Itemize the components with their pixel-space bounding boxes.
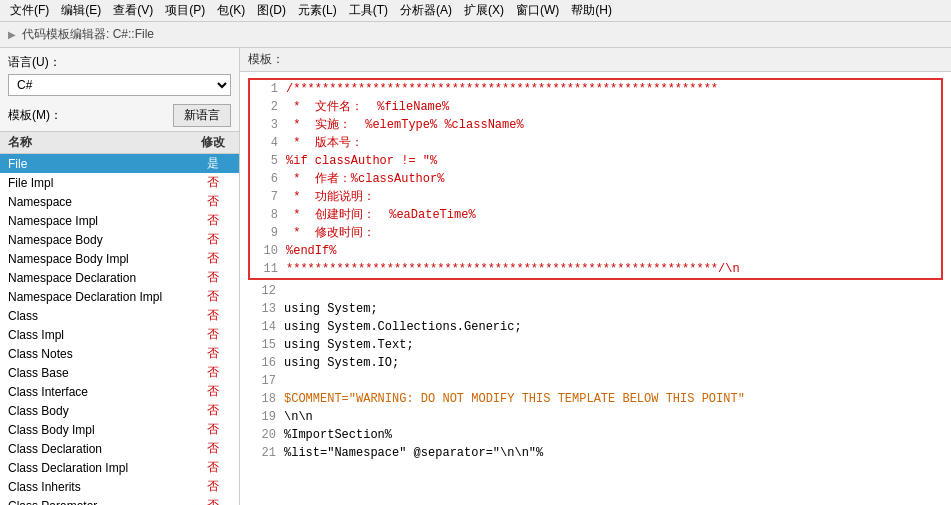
list-item[interactable]: Class Inherits 否 xyxy=(0,477,239,496)
line-number: 21 xyxy=(248,444,276,462)
line-number: 17 xyxy=(248,372,276,390)
list-item[interactable]: Class Base 否 xyxy=(0,363,239,382)
language-section: 语言(U)： C# xyxy=(0,48,239,100)
list-item[interactable]: Class Parameter 否 xyxy=(0,496,239,505)
list-item[interactable]: Class Declaration 否 xyxy=(0,439,239,458)
list-item[interactable]: Namespace Declaration Impl 否 xyxy=(0,287,239,306)
line-number: 1 xyxy=(250,80,278,98)
line-number: 9 xyxy=(250,224,278,242)
line-content: * 创建时间： %eaDateTime% xyxy=(286,206,476,224)
item-modify-11: 否 xyxy=(195,364,231,381)
item-modify-1: 否 xyxy=(195,174,231,191)
line-content: %list="Namespace" @separator="\n\n"% xyxy=(284,444,543,462)
line-content: %ImportSection% xyxy=(284,426,392,444)
code-line: 4 * 版本号： xyxy=(250,134,941,152)
new-language-button[interactable]: 新语言 xyxy=(173,104,231,127)
item-name-15: Class Declaration xyxy=(8,442,195,456)
menu-view[interactable]: 查看(V) xyxy=(107,0,159,21)
line-content: * 版本号： xyxy=(286,134,363,152)
item-list[interactable]: File 是 File Impl 否 Namespace 否 Namespace… xyxy=(0,154,239,505)
list-item[interactable]: Namespace Body Impl 否 xyxy=(0,249,239,268)
code-line: 6 * 作者：%classAuthor% xyxy=(250,170,941,188)
line-number: 6 xyxy=(250,170,278,188)
line-number: 13 xyxy=(248,300,276,318)
code-line: 16using System.IO; xyxy=(248,354,943,372)
item-modify-9: 否 xyxy=(195,326,231,343)
list-item[interactable]: Class 否 xyxy=(0,306,239,325)
list-item[interactable]: Class Impl 否 xyxy=(0,325,239,344)
toolbar: ▶ 代码模板编辑器: C#::File xyxy=(0,22,951,48)
item-name-17: Class Inherits xyxy=(8,480,195,494)
list-item[interactable]: Class Interface 否 xyxy=(0,382,239,401)
line-number: 12 xyxy=(248,282,276,300)
language-label: 语言(U)： xyxy=(8,54,231,71)
line-content: using System.Text; xyxy=(284,336,414,354)
item-name-13: Class Body xyxy=(8,404,195,418)
code-line: 11**************************************… xyxy=(250,260,941,278)
list-item[interactable]: Namespace Body 否 xyxy=(0,230,239,249)
code-line: 13using System; xyxy=(248,300,943,318)
menu-analyzer[interactable]: 分析器(A) xyxy=(394,0,458,21)
code-area[interactable]: 1/**************************************… xyxy=(240,72,951,505)
item-modify-7: 否 xyxy=(195,288,231,305)
line-content: using System.Collections.Generic; xyxy=(284,318,522,336)
toolbar-arrow-icon: ▶ xyxy=(8,29,16,40)
code-line: 10%endIf% xyxy=(250,242,941,260)
item-name-1: File Impl xyxy=(8,176,195,190)
list-item[interactable]: Class Declaration Impl 否 xyxy=(0,458,239,477)
list-item[interactable]: Class Body Impl 否 xyxy=(0,420,239,439)
line-number: 2 xyxy=(250,98,278,116)
line-number: 10 xyxy=(250,242,278,260)
list-item[interactable]: Namespace 否 xyxy=(0,192,239,211)
line-content: * 文件名： %fileName% xyxy=(286,98,449,116)
list-item[interactable]: Class Body 否 xyxy=(0,401,239,420)
menu-package[interactable]: 包(K) xyxy=(211,0,251,21)
item-modify-12: 否 xyxy=(195,383,231,400)
menu-file[interactable]: 文件(F) xyxy=(4,0,55,21)
item-name-7: Namespace Declaration Impl xyxy=(8,290,195,304)
menu-extend[interactable]: 扩展(X) xyxy=(458,0,510,21)
left-panel: 语言(U)： C# 模板(M)： 新语言 名称 修改 File 是 File I… xyxy=(0,48,240,505)
line-number: 18 xyxy=(248,390,276,408)
line-number: 11 xyxy=(250,260,278,278)
menu-window[interactable]: 窗口(W) xyxy=(510,0,565,21)
item-modify-8: 否 xyxy=(195,307,231,324)
code-line: 5%if classAuthor != "% xyxy=(250,152,941,170)
item-modify-14: 否 xyxy=(195,421,231,438)
menu-element[interactable]: 元素(L) xyxy=(292,0,343,21)
item-name-5: Namespace Body Impl xyxy=(8,252,195,266)
menubar: 文件(F) 编辑(E) 查看(V) 项目(P) 包(K) 图(D) 元素(L) … xyxy=(0,0,951,22)
list-item[interactable]: File 是 xyxy=(0,154,239,173)
item-name-0: File xyxy=(8,157,195,171)
line-number: 3 xyxy=(250,116,278,134)
code-line: 7 * 功能说明： xyxy=(250,188,941,206)
menu-help[interactable]: 帮助(H) xyxy=(565,0,618,21)
menu-tools[interactable]: 工具(T) xyxy=(343,0,394,21)
item-name-6: Namespace Declaration xyxy=(8,271,195,285)
code-line: 3 * 实施： %elemType% %className% xyxy=(250,116,941,134)
menu-edit[interactable]: 编辑(E) xyxy=(55,0,107,21)
line-number: 19 xyxy=(248,408,276,426)
menu-project[interactable]: 项目(P) xyxy=(159,0,211,21)
line-number: 7 xyxy=(250,188,278,206)
language-select[interactable]: C# xyxy=(8,74,231,96)
line-content: * 修改时间： xyxy=(286,224,375,242)
code-line: 8 * 创建时间： %eaDateTime% xyxy=(250,206,941,224)
line-content: * 实施： %elemType% %className% xyxy=(286,116,524,134)
item-modify-3: 否 xyxy=(195,212,231,229)
toolbar-title: 代码模板编辑器: C#::File xyxy=(22,26,154,43)
code-line: 14using System.Collections.Generic; xyxy=(248,318,943,336)
item-name-10: Class Notes xyxy=(8,347,195,361)
list-item[interactable]: Namespace Declaration 否 xyxy=(0,268,239,287)
menu-diagram[interactable]: 图(D) xyxy=(251,0,292,21)
list-item[interactable]: File Impl 否 xyxy=(0,173,239,192)
list-item[interactable]: Class Notes 否 xyxy=(0,344,239,363)
line-content: * 作者：%classAuthor% xyxy=(286,170,444,188)
item-modify-10: 否 xyxy=(195,345,231,362)
item-name-12: Class Interface xyxy=(8,385,195,399)
list-item[interactable]: Namespace Impl 否 xyxy=(0,211,239,230)
item-modify-13: 否 xyxy=(195,402,231,419)
code-line: 2 * 文件名： %fileName% xyxy=(250,98,941,116)
item-name-4: Namespace Body xyxy=(8,233,195,247)
line-content: * 功能说明： xyxy=(286,188,375,206)
